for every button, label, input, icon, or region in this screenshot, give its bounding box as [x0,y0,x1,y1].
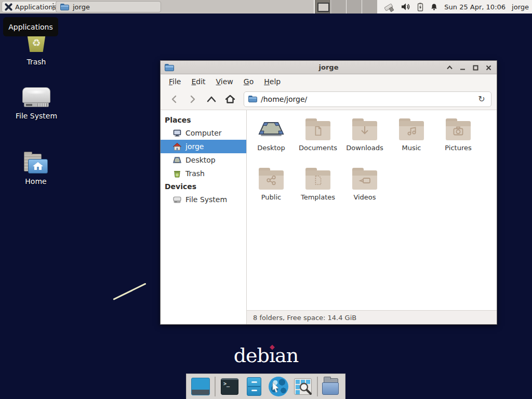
path-text[interactable]: /home/jorge/ [261,95,473,103]
folder-item-public[interactable]: Public [248,167,295,216]
file-manager-launcher[interactable] [244,376,264,397]
taskbar-window-label: jorge [73,3,90,11]
show-desktop-button[interactable] [190,376,211,397]
directory-menu-button[interactable] [322,376,342,397]
menu-edit[interactable]: Edit [186,75,210,88]
folder-label: Templates [301,193,335,201]
clock[interactable]: Sun 25 Apr, 10:06 [444,3,506,11]
menu-view[interactable]: View [211,75,238,88]
statusbar-text: 8 folders, Free space: 14.4 GiB [253,314,356,322]
maximize-button[interactable] [472,64,478,71]
magnifier-grid-icon [294,378,312,395]
downloads-folder-icon [351,117,378,141]
volume-icon[interactable] [401,3,410,11]
folder-item-documents[interactable]: Documents [295,117,341,167]
videos-folder-icon [351,167,378,191]
home-button[interactable] [222,91,238,107]
pictures-folder-icon [445,117,472,141]
stray-line [113,283,146,300]
desktop-icon-home[interactable]: Home [11,152,61,185]
magnifier-icon [299,382,312,395]
workspace-1[interactable] [315,0,330,14]
show-desktop-icon [191,378,210,395]
applications-menu-label: Applications [15,3,56,11]
notification-bell-icon[interactable] [430,3,438,11]
workspace-4[interactable] [362,0,377,14]
sidebar-item-label: jorge [185,142,204,151]
xfce-x-icon [5,3,12,11]
desktop-icon-label: File System [16,112,57,120]
desktop-icon-label: Home [25,177,46,185]
dock-separator [317,377,318,396]
workspace-3[interactable] [346,0,362,14]
folder-item-downloads[interactable]: Downloads [341,117,388,167]
back-button[interactable] [166,91,182,107]
sidebar-header-places: Places [161,114,246,126]
tasklist-handle[interactable] [52,3,54,10]
folder-item-pictures[interactable]: Pictures [435,117,482,167]
sidebar-item-trash[interactable]: ♻ Trash [161,167,246,180]
application-finder-launcher[interactable] [292,376,313,397]
titlebar[interactable]: jorge [161,61,497,74]
sidebar-item-file-system[interactable]: File System [161,193,246,206]
public-folder-icon [258,167,285,191]
close-button[interactable] [485,64,491,71]
debian-logo-dot: ı [269,344,275,367]
sidebar-item-label: File System [185,195,227,204]
minimize-button[interactable] [459,64,466,71]
folder-label: Pictures [445,144,471,152]
sidebar-header-devices: Devices [161,180,246,193]
sidebar-item-label: Trash [185,169,205,178]
folder-item-music[interactable]: Music [388,117,435,167]
folder-label: Videos [353,193,376,201]
file-view[interactable]: Desktop Documents [247,110,497,310]
statusbar: 8 folders, Free space: 14.4 GiB [247,310,497,324]
workspace-switcher [315,0,377,14]
folder-label: Music [402,144,421,152]
reload-icon[interactable] [476,94,487,104]
username-label: jorge [512,3,529,11]
terminal-launcher[interactable] [219,376,240,397]
globe-icon [269,377,288,396]
sidebar-item-label: Computer [185,129,222,137]
file-cabinet-icon [247,377,261,396]
path-bar[interactable]: /home/jorge/ [244,91,491,107]
debian-logo: debıan [0,344,532,367]
forward-button[interactable] [184,91,201,107]
sidebar-item-desktop[interactable]: Desktop [161,153,246,167]
tool-icon[interactable] [383,2,395,12]
sidebar-item-jorge[interactable]: jorge [161,140,246,153]
folder-icon [60,4,69,10]
applications-tooltip-text: Applications [8,23,53,31]
folder-label: Desktop [257,144,285,152]
menu-file[interactable]: File [164,75,186,88]
up-button[interactable] [203,91,220,107]
svg-text:♻: ♻ [176,172,179,177]
folder-item-videos[interactable]: Videos [341,167,388,216]
top-panel: Applications jorge [0,0,532,14]
desktop-icon-label: Trash [27,58,46,66]
applications-tooltip: Applications [3,17,58,36]
workspace-2[interactable] [330,0,346,14]
music-folder-icon [398,117,425,141]
desktop-icon [173,156,181,164]
web-browser-launcher[interactable] [268,376,289,397]
desktop-pad-icon [258,117,285,141]
desktop-icon-file-system[interactable]: File System [11,87,61,120]
home-folder-icon [23,152,49,174]
menu-go[interactable]: Go [238,75,259,88]
sidebar-item-computer[interactable]: Computer [161,126,246,140]
dock-separator [215,377,216,396]
terminal-icon [221,378,238,395]
trash-icon: ♻ [173,170,181,178]
menu-help[interactable]: Help [259,75,286,88]
toolbar: /home/jorge/ [161,88,497,110]
folder-item-templates[interactable]: Templates [295,167,341,216]
hard-drive-icon [22,87,50,108]
taskbar-window-button[interactable]: jorge [56,1,161,12]
shade-button[interactable] [446,64,453,71]
battery-charging-icon[interactable] [417,3,424,11]
menubar: File Edit View Go Help [161,74,497,88]
folder-item-desktop[interactable]: Desktop [248,117,295,167]
computer-icon [173,129,181,137]
